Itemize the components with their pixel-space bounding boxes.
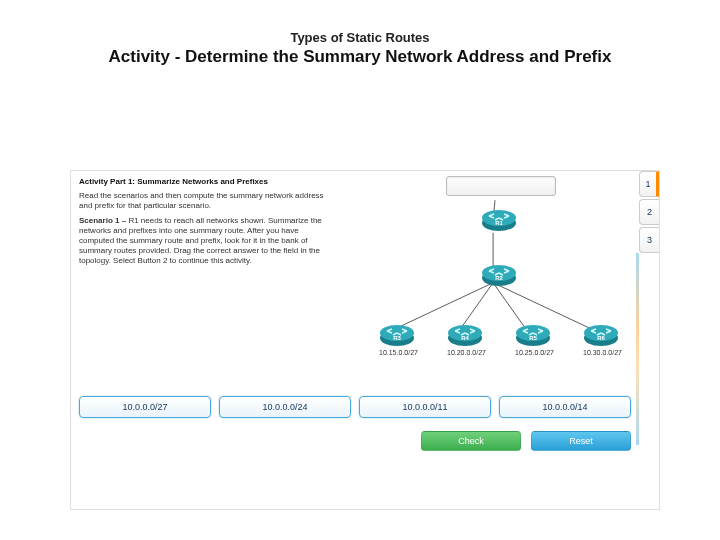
answer-option-4[interactable]: 10.0.0.0/14 bbox=[499, 396, 631, 418]
scenario-text: Scenario 1 – R1 needs to reach all netwo… bbox=[79, 216, 333, 266]
router-ip: 10.30.0.0/27 bbox=[583, 349, 619, 356]
router-ip: 10.25.0.0/27 bbox=[515, 349, 551, 356]
router-icon bbox=[583, 321, 619, 347]
topology-area: R1 R2 R3 10.15.0.0/27 R4 10.20.0.0/27 bbox=[351, 171, 639, 381]
part-title: Activity Part 1: Summarize Networks and … bbox=[79, 177, 333, 187]
router-r3: R3 10.15.0.0/27 bbox=[379, 321, 415, 356]
router-icon bbox=[447, 321, 483, 347]
instructions-pane: Activity Part 1: Summarize Networks and … bbox=[71, 171, 341, 277]
check-button[interactable]: Check bbox=[421, 431, 521, 451]
router-r5: R5 10.25.0.0/27 bbox=[515, 321, 551, 356]
step-1-tab[interactable]: 1 bbox=[639, 171, 659, 197]
router-icon bbox=[515, 321, 551, 347]
router-ip: 10.15.0.0/27 bbox=[379, 349, 415, 356]
action-row: Check Reset bbox=[79, 431, 631, 451]
router-icon bbox=[481, 206, 517, 232]
router-r4: R4 10.20.0.0/27 bbox=[447, 321, 483, 356]
step-tabs: 1 2 3 bbox=[639, 171, 659, 255]
intro-text: Read the scenarios and then compute the … bbox=[79, 191, 333, 211]
answer-option-1[interactable]: 10.0.0.0/27 bbox=[79, 396, 211, 418]
answer-bank: 10.0.0.0/27 10.0.0.0/24 10.0.0.0/11 10.0… bbox=[79, 396, 631, 418]
section-title: Types of Static Routes bbox=[20, 30, 700, 45]
page-title: Activity - Determine the Summary Network… bbox=[20, 47, 700, 67]
reset-button[interactable]: Reset bbox=[531, 431, 631, 451]
activity-panel: Activity Part 1: Summarize Networks and … bbox=[70, 170, 660, 510]
step-2-tab[interactable]: 2 bbox=[639, 199, 659, 225]
router-r2: R2 bbox=[481, 261, 517, 287]
step-3-tab[interactable]: 3 bbox=[639, 227, 659, 253]
router-icon bbox=[481, 261, 517, 287]
router-r1: R1 bbox=[481, 206, 517, 232]
answer-option-2[interactable]: 10.0.0.0/24 bbox=[219, 396, 351, 418]
answer-option-3[interactable]: 10.0.0.0/11 bbox=[359, 396, 491, 418]
router-ip: 10.20.0.0/27 bbox=[447, 349, 483, 356]
router-icon bbox=[379, 321, 415, 347]
router-r6: R6 10.30.0.0/27 bbox=[583, 321, 619, 356]
